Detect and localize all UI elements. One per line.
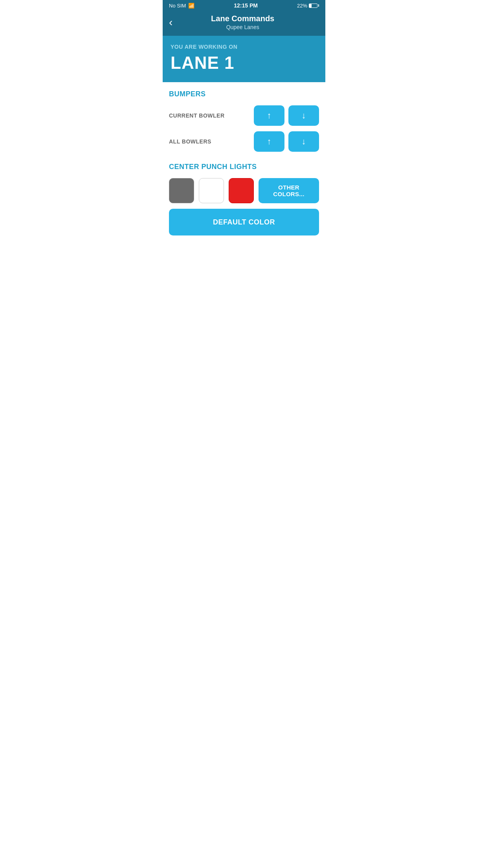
battery-body [309,4,317,8]
punch-lights-section-title: CENTER PUNCH LIGHTS [169,163,319,171]
all-bowlers-label: ALL BOWLERS [169,138,254,145]
nav-title: Lane Commands [211,14,274,23]
up-arrow-icon: ↑ [267,136,272,147]
carrier-label: No SIM [169,3,186,9]
status-bar: No SIM 📶 12:15 PM 22% [163,0,325,11]
wifi-icon: 📶 [188,3,194,9]
up-arrow-icon: ↑ [267,110,272,121]
current-bowler-label: CURRENT BOWLER [169,112,254,119]
down-arrow-icon: ↓ [302,110,306,121]
back-button[interactable]: ‹ [169,17,172,28]
battery-tip [318,4,319,7]
battery-icon [309,4,319,8]
working-on-banner: YOU ARE WORKING ON LANE 1 [163,36,325,82]
punch-lights-section: CENTER PUNCH LIGHTS OTHER COLORS... DEFA… [169,163,319,235]
all-bowlers-down-button[interactable]: ↓ [288,131,319,152]
status-time: 12:15 PM [234,2,258,9]
battery-label: 22% [297,3,307,9]
nav-title-block: Lane Commands Qupee Lanes [177,14,308,30]
color-swatch-gray[interactable] [169,178,194,203]
default-color-button[interactable]: DEFAULT COLOR [169,209,319,235]
bumpers-section-title: BUMPERS [169,90,319,98]
current-bowler-up-button[interactable]: ↑ [254,105,284,126]
color-swatch-red[interactable] [229,178,254,203]
color-swatch-white[interactable] [199,178,224,203]
battery-fill [309,4,312,7]
lane-title: LANE 1 [171,53,317,73]
other-colors-button[interactable]: OTHER COLORS... [259,178,319,203]
all-bowlers-buttons: ↑ ↓ [254,131,319,152]
current-bowler-row: CURRENT BOWLER ↑ ↓ [169,105,319,126]
down-arrow-icon: ↓ [302,136,306,147]
bumpers-section: BUMPERS CURRENT BOWLER ↑ ↓ ALL BOWLERS ↑ [169,90,319,152]
status-left: No SIM 📶 [169,3,194,9]
all-bowlers-up-button[interactable]: ↑ [254,131,284,152]
working-on-label: YOU ARE WORKING ON [171,44,317,50]
color-swatches-row: OTHER COLORS... [169,178,319,203]
nav-bar: ‹ Lane Commands Qupee Lanes [163,11,325,36]
nav-subtitle: Qupee Lanes [226,24,259,30]
all-bowlers-row: ALL BOWLERS ↑ ↓ [169,131,319,152]
status-right: 22% [297,3,319,9]
main-content: BUMPERS CURRENT BOWLER ↑ ↓ ALL BOWLERS ↑ [163,82,325,251]
current-bowler-down-button[interactable]: ↓ [288,105,319,126]
current-bowler-buttons: ↑ ↓ [254,105,319,126]
